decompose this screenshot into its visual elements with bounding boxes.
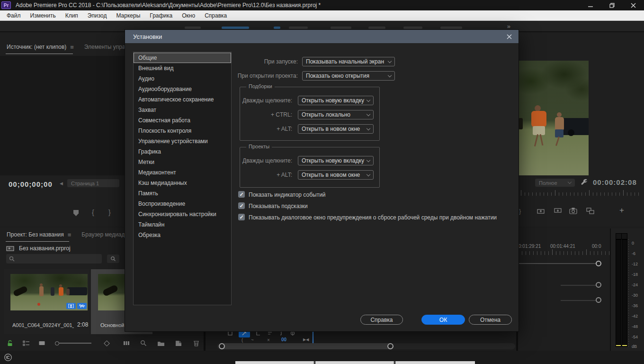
filter-bins-icon[interactable] <box>123 340 130 346</box>
find-in-bin-button[interactable] <box>107 255 119 263</box>
icon-view-icon[interactable] <box>38 340 45 346</box>
category-item-media-cache[interactable]: Кэш медиаданных <box>134 178 231 188</box>
audio-meter-bar-right[interactable] <box>622 239 627 347</box>
list-view-icon[interactable] <box>23 340 30 346</box>
tab-effect-controls[interactable]: Элементы управ <box>84 44 128 50</box>
panel-menu-icon[interactable]: ≡ <box>68 231 72 238</box>
creative-cloud-icon[interactable] <box>4 353 12 362</box>
category-item-timeline[interactable]: Таймлайн <box>134 219 231 230</box>
close-window-button[interactable] <box>623 0 644 10</box>
clip-card[interactable]: A001_C064_09224Y_001_ 2:08 <box>4 269 89 334</box>
add-marker-icon[interactable] <box>73 210 79 216</box>
add-button[interactable]: + <box>619 206 624 215</box>
category-item-audio-hardware[interactable]: Аудиооборудование <box>134 84 231 94</box>
projects-alt-select[interactable]: Открыть в новом окне <box>298 170 374 180</box>
page-selector[interactable]: Страница 1 <box>67 179 119 187</box>
timeline-subtool-icon[interactable]: ~ <box>251 337 254 343</box>
category-item-device-control[interactable]: Управление устройствами <box>134 136 231 146</box>
playback-resolution-select[interactable]: Полное <box>535 179 575 187</box>
workspace-tab-fragment[interactable] <box>331 27 351 29</box>
scrollbar-handle-right[interactable] <box>387 343 394 349</box>
restore-button[interactable] <box>601 0 623 10</box>
project-file-name[interactable]: Без названия.prproj <box>19 245 71 252</box>
cancel-button[interactable]: Отмена <box>469 315 512 325</box>
mark-out-icon[interactable]: } <box>519 208 521 215</box>
show-tooltips-checkbox[interactable]: ✓ <box>238 202 245 209</box>
startup-select[interactable]: Показывать начальный экран <box>302 57 395 66</box>
audio-stream-badge-icon[interactable] <box>77 303 87 309</box>
clip-indicator-right[interactable] <box>621 233 627 239</box>
timeline-tool-badge[interactable]: 00 <box>281 337 286 342</box>
source-timecode[interactable]: 00;00;00;00 <box>9 180 53 188</box>
search-box[interactable] <box>6 254 102 264</box>
program-timecode[interactable]: 00:00:02:08 <box>593 178 637 186</box>
new-bin-icon[interactable] <box>157 340 165 346</box>
audio-gain-line[interactable] <box>561 285 599 286</box>
category-item-audio[interactable]: Аудио <box>134 73 231 84</box>
tab-source[interactable]: Источник: (нет клипов) <box>7 44 66 50</box>
work-bar-handle[interactable] <box>596 261 601 266</box>
gain-handle[interactable] <box>596 297 601 303</box>
bins-alt-select[interactable]: Открыть в новом окне <box>298 124 374 134</box>
tab-media-browser[interactable]: Браузер медиадан <box>81 231 131 238</box>
help-button[interactable]: Справка <box>360 315 403 325</box>
workspace-reset-warning-checkbox[interactable]: ✓ <box>238 214 245 220</box>
gain-handle[interactable] <box>596 282 601 288</box>
automate-to-sequence-icon[interactable] <box>104 340 110 346</box>
mark-in-icon[interactable]: { <box>92 209 94 216</box>
category-item-appearance[interactable]: Внешний вид <box>134 63 231 73</box>
audio-gain-line[interactable] <box>561 300 599 301</box>
category-item-labels[interactable]: Метки <box>134 157 231 167</box>
video-stream-badge-icon[interactable] <box>66 303 76 309</box>
open-project-select[interactable]: Показать окно открытия <box>302 71 395 81</box>
category-item-general[interactable]: Общие <box>134 53 231 63</box>
program-video-frame[interactable] <box>519 61 589 175</box>
category-item-memory[interactable]: Память <box>134 188 231 199</box>
category-item-trim[interactable]: Обрезка <box>134 230 231 240</box>
menu-markers[interactable]: Маркеры <box>111 10 145 21</box>
export-frame-camera-icon[interactable] <box>569 208 577 214</box>
clip-thumbnail[interactable] <box>10 274 88 310</box>
workspace-tab-fragment[interactable] <box>440 27 462 29</box>
tab-project[interactable]: Проект: Без названия <box>7 231 64 238</box>
workspace-overflow-icon[interactable]: » <box>507 23 510 30</box>
delete-icon[interactable] <box>193 340 199 346</box>
workspace-tab-fragment[interactable] <box>274 27 280 29</box>
audio-meter-bar-left[interactable] <box>616 239 621 347</box>
timeline-work-bar[interactable] <box>518 263 599 264</box>
menu-sequence[interactable]: Эпизод <box>83 10 112 21</box>
fit-icon[interactable]: ▶◀ <box>303 337 309 342</box>
lift-icon[interactable] <box>537 208 545 214</box>
category-item-capture[interactable]: Захват <box>134 105 231 115</box>
panel-menu-icon[interactable]: ≡ <box>70 44 74 51</box>
insert-clip-icon[interactable] <box>586 208 594 214</box>
category-item-playback[interactable]: Воспроизведение <box>134 199 231 209</box>
page-prev-icon[interactable]: ◀ <box>60 181 63 186</box>
show-event-indicator-checkbox[interactable]: ✓ <box>238 191 245 198</box>
minimize-button[interactable] <box>580 0 601 10</box>
projects-doubleclick-select[interactable]: Открыть новую вкладку <box>298 156 374 165</box>
category-item-control-surface[interactable]: Плоскость контроля <box>134 126 231 136</box>
workspace-tab-fragment[interactable] <box>289 27 308 29</box>
workspace-tab-fragment[interactable] <box>222 27 249 29</box>
timeline-scrollbar-range[interactable] <box>219 343 393 349</box>
menu-clip[interactable]: Клип <box>61 10 83 21</box>
bins-ctrl-select[interactable]: Открыть локально <box>298 110 374 119</box>
category-item-auto-save[interactable]: Автоматическое сохранение <box>134 94 231 105</box>
ok-button[interactable]: ОК <box>421 315 465 325</box>
menu-help[interactable]: Справка <box>200 10 232 21</box>
new-item-icon[interactable] <box>175 340 182 346</box>
workspace-tab-fragment[interactable] <box>403 27 422 29</box>
category-item-sync-settings[interactable]: Синхронизировать настройки <box>134 209 231 219</box>
zoom-slider[interactable] <box>55 341 91 346</box>
category-item-media[interactable]: Медиаконтент <box>134 167 231 178</box>
dialog-close-button[interactable] <box>505 33 513 40</box>
search-input[interactable] <box>18 256 93 262</box>
mark-out-icon[interactable]: } <box>108 209 111 216</box>
timeline-subtool-icon[interactable]: × <box>267 337 270 343</box>
category-item-collaboration[interactable]: Совместная работа <box>134 115 231 126</box>
dialog-title-bar[interactable]: Установки <box>125 30 519 43</box>
scrollbar-handle-left[interactable] <box>219 343 225 349</box>
menu-graphics[interactable]: Графика <box>145 10 177 21</box>
extract-icon[interactable] <box>554 208 562 214</box>
